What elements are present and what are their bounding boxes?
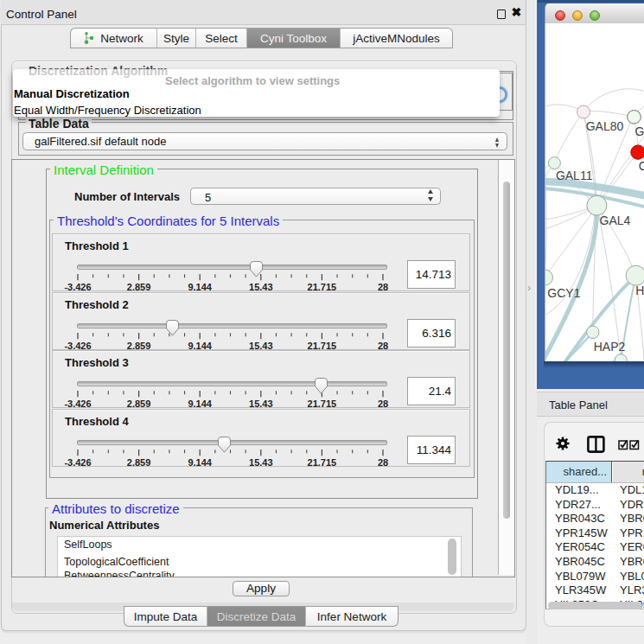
svg-text:GAL80: GAL80 — [586, 119, 624, 133]
svg-text:GCY1: GCY1 — [547, 286, 580, 300]
svg-text:HAP2: HAP2 — [594, 340, 626, 354]
svg-text:GAL4: GAL4 — [600, 214, 631, 227]
svg-text:C: C — [639, 159, 644, 173]
svg-text:H: H — [635, 284, 644, 297]
svg-text:GAL11: GAL11 — [556, 169, 593, 182]
svg-text:GA: GA — [635, 124, 644, 138]
